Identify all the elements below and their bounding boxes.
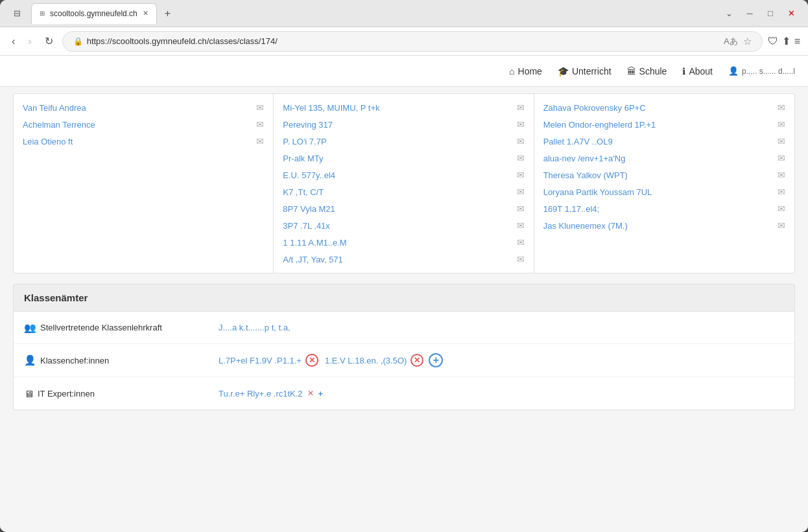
person-tag-klassenchef-2[interactable]: 1.E.V L.18.en. ,(3.5O) bbox=[325, 356, 407, 365]
list-item[interactable]: 3P7 .7L .41x ✉ bbox=[274, 217, 533, 234]
list-item[interactable]: Van Teifu Andrea ✉ bbox=[14, 99, 273, 116]
student-name: Theresa Yalkov (WPT) bbox=[543, 170, 628, 180]
mail-icon[interactable]: ✉ bbox=[778, 220, 785, 231]
minimize-button[interactable]: ─ bbox=[741, 5, 759, 23]
role-name-it-expert: IT Expert:innen bbox=[38, 389, 95, 399]
role-icon-klassenchef: 👤 bbox=[24, 354, 36, 366]
about-icon: ℹ bbox=[682, 66, 685, 76]
nav-user-label: p..... s...... d.....l bbox=[742, 67, 795, 76]
list-item[interactable]: 169T 1.17..el4; ✉ bbox=[534, 200, 794, 217]
mail-icon[interactable]: ✉ bbox=[778, 170, 785, 180]
section-title: Klassenämter bbox=[24, 292, 88, 303]
bookmark-icon[interactable]: ☆ bbox=[743, 36, 752, 47]
nav-about[interactable]: ℹ About bbox=[682, 66, 713, 76]
share-icon[interactable]: ⬆ bbox=[782, 35, 790, 47]
toolbar-right-icons: 🛡 ⬆ ≡ bbox=[768, 35, 800, 47]
student-column-3: Zahava Pokrovensky 6P+C ✉ Melen Ondor-en… bbox=[534, 94, 794, 273]
mail-icon[interactable]: ✉ bbox=[517, 102, 525, 113]
list-item[interactable]: Achelman Terrence ✉ bbox=[14, 116, 273, 133]
mail-icon[interactable]: ✉ bbox=[517, 187, 525, 197]
mail-icon[interactable]: ✉ bbox=[517, 153, 525, 163]
list-item[interactable]: Melen Ondor-enghelerd 1P.+1 ✉ bbox=[534, 116, 794, 133]
mail-icon[interactable]: ✉ bbox=[517, 170, 525, 180]
nav-menu: ⌂ Home 🎓 Unterricht 🏛 Schule ℹ About 👤 p… bbox=[0, 56, 808, 87]
mail-icon[interactable]: ✉ bbox=[517, 136, 525, 146]
list-item[interactable]: K7 ,Tt, C/T ✉ bbox=[274, 183, 533, 200]
mail-icon[interactable]: ✉ bbox=[256, 136, 264, 146]
student-name: E.U. 577y..el4 bbox=[283, 170, 335, 180]
mail-icon[interactable]: ✉ bbox=[778, 153, 785, 163]
list-item[interactable]: Loryana Partik Youssam 7UL ✉ bbox=[534, 183, 794, 200]
remove-klassenchef-1-button[interactable]: ✕ bbox=[305, 354, 318, 367]
sidebar-toggle-button[interactable]: ⊟ bbox=[8, 5, 26, 23]
mail-icon[interactable]: ✉ bbox=[778, 119, 785, 130]
student-name: alua-nev /env+1+a'Ng bbox=[543, 154, 626, 163]
list-item[interactable]: alua-nev /env+1+a'Ng ✉ bbox=[534, 150, 794, 167]
tab-list-button[interactable]: ⌄ bbox=[720, 5, 738, 23]
mail-icon[interactable]: ✉ bbox=[778, 187, 785, 197]
reload-button[interactable]: ↻ bbox=[41, 32, 57, 50]
menu-button[interactable]: ≡ bbox=[794, 36, 800, 47]
list-item[interactable]: Zahava Pokrovensky 6P+C ✉ bbox=[534, 99, 794, 116]
list-item[interactable]: Pr-alk MTy ✉ bbox=[274, 150, 533, 167]
person-tag[interactable]: J....a k.t.......p t, t.a, bbox=[219, 323, 291, 332]
role-label-it-expert: 🖥 IT Expert:innen bbox=[24, 388, 219, 399]
nav-unterricht[interactable]: 🎓 Unterricht bbox=[558, 66, 612, 76]
address-input[interactable]: 🔒 https://scooltools.gymneufeld.ch/class… bbox=[62, 31, 763, 52]
list-item[interactable]: Pereving 317 ✉ bbox=[274, 116, 533, 133]
list-item[interactable]: Mi-Yel 135, MUIMU, P t+k ✉ bbox=[274, 99, 533, 116]
person-tag-klassenchef-1[interactable]: L.7P+el F1.9V .P1.1.+ bbox=[219, 356, 302, 365]
title-bar: ⊟ ⊞ scooltools.gymneufeld.ch ✕ + ⌄ ─ □ ✕ bbox=[0, 0, 808, 27]
list-item[interactable]: A/t ,JT, Yav, 571 ✉ bbox=[274, 251, 533, 268]
list-item[interactable]: Leia Otieno ft ✉ bbox=[14, 133, 273, 150]
nav-home[interactable]: ⌂ Home bbox=[509, 66, 542, 76]
role-value-klassenchef: L.7P+el F1.9V .P1.1.+ ✕ 1.E.V L.18.en. ,… bbox=[219, 353, 784, 367]
add-klassenchef-button[interactable]: + bbox=[429, 353, 443, 367]
student-name: Pr-alk MTy bbox=[283, 154, 323, 163]
student-name: Pereving 317 bbox=[283, 120, 333, 130]
mail-icon[interactable]: ✉ bbox=[517, 237, 525, 248]
window-controls: ⊟ bbox=[8, 5, 26, 23]
mail-icon[interactable]: ✉ bbox=[517, 220, 525, 231]
close-button[interactable]: ✕ bbox=[782, 5, 800, 23]
browser-window: ⊟ ⊞ scooltools.gymneufeld.ch ✕ + ⌄ ─ □ ✕… bbox=[0, 0, 808, 532]
maximize-button[interactable]: □ bbox=[761, 5, 779, 23]
mail-icon[interactable]: ✉ bbox=[778, 102, 785, 113]
active-tab[interactable]: ⊞ scooltools.gymneufeld.ch ✕ bbox=[31, 3, 157, 24]
mail-icon[interactable]: ✉ bbox=[517, 254, 525, 264]
translate-icon: Aあ bbox=[724, 36, 738, 47]
list-item[interactable]: Pallet 1.A7V ..OL9 ✉ bbox=[534, 133, 794, 150]
mail-icon[interactable]: ✉ bbox=[256, 102, 264, 113]
list-item[interactable]: 8P7 Vyla M21 ✉ bbox=[274, 200, 533, 217]
list-item[interactable]: P. LO'i 7.7P ✉ bbox=[274, 133, 533, 150]
list-item[interactable]: Theresa Yalkov (WPT) ✉ bbox=[534, 167, 794, 183]
list-item[interactable]: E.U. 577y..el4 ✉ bbox=[274, 167, 533, 183]
table-row: 🖥 IT Expert:innen Tu.r.e+ Rly+.e .rc1tK.… bbox=[14, 377, 794, 410]
list-item[interactable]: 1 1.11 A.M1..e.M ✉ bbox=[274, 234, 533, 251]
mail-icon[interactable]: ✉ bbox=[517, 203, 525, 214]
student-column-1: Van Teifu Andrea ✉ Achelman Terrence ✉ L… bbox=[14, 94, 274, 273]
student-name: Leia Otieno ft bbox=[23, 137, 73, 146]
new-tab-button[interactable]: + bbox=[160, 5, 176, 22]
add-it-expert-button[interactable]: + bbox=[318, 389, 324, 399]
shield-icon[interactable]: 🛡 bbox=[768, 36, 778, 47]
student-name: Loryana Partik Youssam 7UL bbox=[543, 187, 652, 197]
nav-user[interactable]: 👤 p..... s...... d.....l bbox=[728, 66, 795, 76]
back-button[interactable]: ‹ bbox=[8, 33, 19, 50]
person-tag-it-expert[interactable]: Tu.r.e+ Rly+.e .rc1tK.2 bbox=[219, 389, 303, 399]
list-item[interactable]: Jas Klunenemex (7M.) ✉ bbox=[534, 217, 794, 234]
student-name: Jas Klunenemex (7M.) bbox=[543, 221, 628, 231]
student-name: Pallet 1.A7V ..OL9 bbox=[543, 137, 613, 146]
mail-icon[interactable]: ✉ bbox=[778, 136, 785, 146]
student-name: Mi-Yel 135, MUIMU, P t+k bbox=[283, 103, 379, 113]
student-name: Van Teifu Andrea bbox=[23, 103, 86, 113]
mail-icon[interactable]: ✉ bbox=[256, 119, 264, 130]
remove-it-expert-button[interactable]: ✕ bbox=[307, 389, 314, 398]
mail-icon[interactable]: ✉ bbox=[778, 203, 785, 214]
nav-schule[interactable]: 🏛 Schule bbox=[627, 66, 667, 76]
remove-klassenchef-2-button[interactable]: ✕ bbox=[410, 354, 423, 367]
mail-icon[interactable]: ✉ bbox=[517, 119, 525, 130]
title-bar-right-controls: ⌄ ─ □ ✕ bbox=[720, 5, 800, 23]
tab-close-button[interactable]: ✕ bbox=[143, 9, 149, 17]
forward-button[interactable]: › bbox=[24, 33, 35, 50]
